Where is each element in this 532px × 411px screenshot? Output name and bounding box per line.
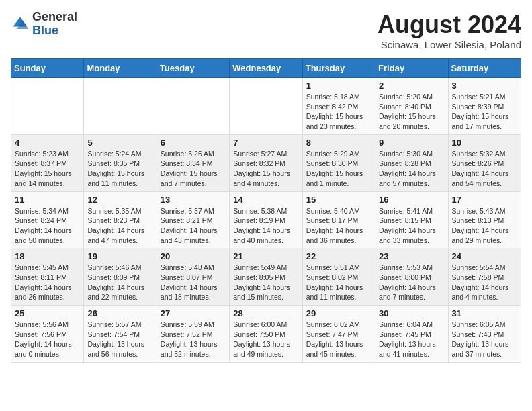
day-number: 23	[379, 251, 444, 261]
day-info: Sunrise: 5:51 AM Sunset: 8:02 PM Dayligh…	[306, 263, 371, 302]
day-number: 18	[15, 251, 80, 261]
calendar-cell: 12Sunrise: 5:35 AM Sunset: 8:23 PM Dayli…	[84, 191, 157, 248]
day-info: Sunrise: 5:57 AM Sunset: 7:54 PM Dayligh…	[87, 320, 152, 359]
day-number: 1	[306, 81, 371, 91]
day-number: 20	[161, 251, 226, 261]
calendar-cell: 6Sunrise: 5:26 AM Sunset: 8:34 PM Daylig…	[157, 134, 229, 191]
weekday-header-monday: Monday	[84, 59, 157, 78]
day-number: 31	[452, 308, 517, 318]
calendar-cell: 7Sunrise: 5:27 AM Sunset: 8:32 PM Daylig…	[230, 134, 302, 191]
day-number: 22	[306, 251, 371, 261]
day-info: Sunrise: 5:43 AM Sunset: 8:13 PM Dayligh…	[452, 206, 517, 246]
day-number: 29	[306, 308, 371, 318]
calendar-cell: 24Sunrise: 5:54 AM Sunset: 7:58 PM Dayli…	[448, 248, 521, 306]
day-number: 12	[87, 195, 152, 205]
calendar-cell: 20Sunrise: 5:48 AM Sunset: 8:07 PM Dayli…	[157, 248, 229, 306]
day-info: Sunrise: 5:38 AM Sunset: 8:19 PM Dayligh…	[233, 206, 298, 246]
day-info: Sunrise: 6:02 AM Sunset: 7:47 PM Dayligh…	[306, 320, 371, 359]
day-number: 24	[452, 251, 517, 261]
calendar-cell: 30Sunrise: 6:04 AM Sunset: 7:45 PM Dayli…	[375, 306, 448, 363]
day-number: 2	[379, 81, 444, 91]
day-info: Sunrise: 5:30 AM Sunset: 8:28 PM Dayligh…	[379, 149, 444, 189]
calendar-cell: 23Sunrise: 5:53 AM Sunset: 8:00 PM Dayli…	[375, 248, 448, 306]
day-info: Sunrise: 5:49 AM Sunset: 8:05 PM Dayligh…	[233, 263, 298, 302]
day-info: Sunrise: 5:29 AM Sunset: 8:30 PM Dayligh…	[306, 149, 371, 189]
day-info: Sunrise: 5:34 AM Sunset: 8:24 PM Dayligh…	[15, 206, 80, 246]
calendar-cell: 2Sunrise: 5:20 AM Sunset: 8:40 PM Daylig…	[375, 78, 448, 135]
day-number: 21	[233, 251, 298, 261]
day-info: Sunrise: 5:56 AM Sunset: 7:56 PM Dayligh…	[15, 320, 80, 359]
calendar-cell: 26Sunrise: 5:57 AM Sunset: 7:54 PM Dayli…	[84, 306, 157, 363]
day-info: Sunrise: 5:41 AM Sunset: 8:15 PM Dayligh…	[379, 206, 444, 246]
day-info: Sunrise: 5:45 AM Sunset: 8:11 PM Dayligh…	[15, 263, 80, 302]
day-info: Sunrise: 5:40 AM Sunset: 8:17 PM Dayligh…	[306, 206, 371, 246]
weekday-header-thursday: Thursday	[302, 59, 375, 78]
day-info: Sunrise: 5:46 AM Sunset: 8:09 PM Dayligh…	[87, 263, 152, 302]
day-number: 26	[87, 308, 152, 318]
calendar-cell: 1Sunrise: 5:18 AM Sunset: 8:42 PM Daylig…	[302, 78, 375, 135]
calendar-cell: 3Sunrise: 5:21 AM Sunset: 8:39 PM Daylig…	[448, 78, 521, 135]
day-number: 19	[87, 251, 152, 261]
day-number: 11	[15, 195, 80, 205]
day-number: 7	[233, 138, 298, 148]
day-info: Sunrise: 5:48 AM Sunset: 8:07 PM Dayligh…	[161, 263, 226, 302]
day-number: 4	[15, 138, 80, 148]
weekday-header-wednesday: Wednesday	[230, 59, 302, 78]
day-info: Sunrise: 5:35 AM Sunset: 8:23 PM Dayligh…	[87, 206, 152, 246]
day-number: 8	[306, 138, 371, 148]
calendar-cell: 14Sunrise: 5:38 AM Sunset: 8:19 PM Dayli…	[230, 191, 302, 248]
calendar-cell: 5Sunrise: 5:24 AM Sunset: 8:35 PM Daylig…	[84, 134, 157, 191]
day-info: Sunrise: 6:05 AM Sunset: 7:43 PM Dayligh…	[452, 320, 517, 359]
calendar-cell: 15Sunrise: 5:40 AM Sunset: 8:17 PM Dayli…	[302, 191, 375, 248]
calendar-cell: 11Sunrise: 5:34 AM Sunset: 8:24 PM Dayli…	[11, 191, 84, 248]
day-info: Sunrise: 5:32 AM Sunset: 8:26 PM Dayligh…	[452, 149, 517, 189]
day-number: 10	[452, 138, 517, 148]
calendar-cell: 9Sunrise: 5:30 AM Sunset: 8:28 PM Daylig…	[375, 134, 448, 191]
month-year: August 2024	[378, 11, 521, 39]
day-info: Sunrise: 5:27 AM Sunset: 8:32 PM Dayligh…	[233, 149, 298, 189]
calendar-cell: 31Sunrise: 6:05 AM Sunset: 7:43 PM Dayli…	[448, 306, 521, 363]
title-block: August 2024 Scinawa, Lower Silesia, Pola…	[378, 11, 521, 50]
calendar-week-4: 18Sunrise: 5:45 AM Sunset: 8:11 PM Dayli…	[11, 248, 521, 306]
calendar-week-5: 25Sunrise: 5:56 AM Sunset: 7:56 PM Dayli…	[11, 306, 521, 363]
calendar-cell	[84, 78, 157, 135]
calendar-cell: 25Sunrise: 5:56 AM Sunset: 7:56 PM Dayli…	[11, 306, 84, 363]
calendar-cell: 10Sunrise: 5:32 AM Sunset: 8:26 PM Dayli…	[448, 134, 521, 191]
calendar-cell: 4Sunrise: 5:23 AM Sunset: 8:37 PM Daylig…	[11, 134, 84, 191]
day-number: 13	[161, 195, 226, 205]
day-number: 14	[233, 195, 298, 205]
calendar-week-1: 1Sunrise: 5:18 AM Sunset: 8:42 PM Daylig…	[11, 78, 521, 135]
calendar-cell: 18Sunrise: 5:45 AM Sunset: 8:11 PM Dayli…	[11, 248, 84, 306]
calendar-week-3: 11Sunrise: 5:34 AM Sunset: 8:24 PM Dayli…	[11, 191, 521, 248]
weekday-header-row: SundayMondayTuesdayWednesdayThursdayFrid…	[11, 59, 521, 78]
day-number: 6	[161, 138, 226, 148]
page-header: General Blue August 2024 Scinawa, Lower …	[11, 11, 521, 50]
calendar-cell: 17Sunrise: 5:43 AM Sunset: 8:13 PM Dayli…	[448, 191, 521, 248]
calendar-cell: 16Sunrise: 5:41 AM Sunset: 8:15 PM Dayli…	[375, 191, 448, 248]
day-number: 28	[233, 308, 298, 318]
calendar-cell: 21Sunrise: 5:49 AM Sunset: 8:05 PM Dayli…	[230, 248, 302, 306]
calendar-cell	[11, 78, 84, 135]
logo-general: General	[32, 10, 77, 24]
day-number: 5	[87, 138, 152, 148]
weekday-header-sunday: Sunday	[11, 59, 84, 78]
day-info: Sunrise: 5:23 AM Sunset: 8:37 PM Dayligh…	[15, 149, 80, 189]
calendar-table: SundayMondayTuesdayWednesdayThursdayFrid…	[11, 58, 521, 363]
logo-blue: Blue	[32, 24, 58, 37]
day-number: 3	[452, 81, 517, 91]
day-number: 25	[15, 308, 80, 318]
calendar-cell	[230, 78, 302, 135]
calendar-cell: 29Sunrise: 6:02 AM Sunset: 7:47 PM Dayli…	[302, 306, 375, 363]
calendar-cell: 13Sunrise: 5:37 AM Sunset: 8:21 PM Dayli…	[157, 191, 229, 248]
calendar-cell: 8Sunrise: 5:29 AM Sunset: 8:30 PM Daylig…	[302, 134, 375, 191]
day-info: Sunrise: 5:59 AM Sunset: 7:52 PM Dayligh…	[161, 320, 226, 359]
day-number: 17	[452, 195, 517, 205]
weekday-header-friday: Friday	[375, 59, 448, 78]
calendar-cell: 27Sunrise: 5:59 AM Sunset: 7:52 PM Dayli…	[157, 306, 229, 363]
day-info: Sunrise: 5:24 AM Sunset: 8:35 PM Dayligh…	[87, 149, 152, 189]
day-number: 9	[379, 138, 444, 148]
weekday-header-saturday: Saturday	[448, 59, 521, 78]
day-info: Sunrise: 6:00 AM Sunset: 7:50 PM Dayligh…	[233, 320, 298, 359]
day-info: Sunrise: 5:26 AM Sunset: 8:34 PM Dayligh…	[161, 149, 226, 189]
logo: General Blue	[11, 11, 77, 38]
